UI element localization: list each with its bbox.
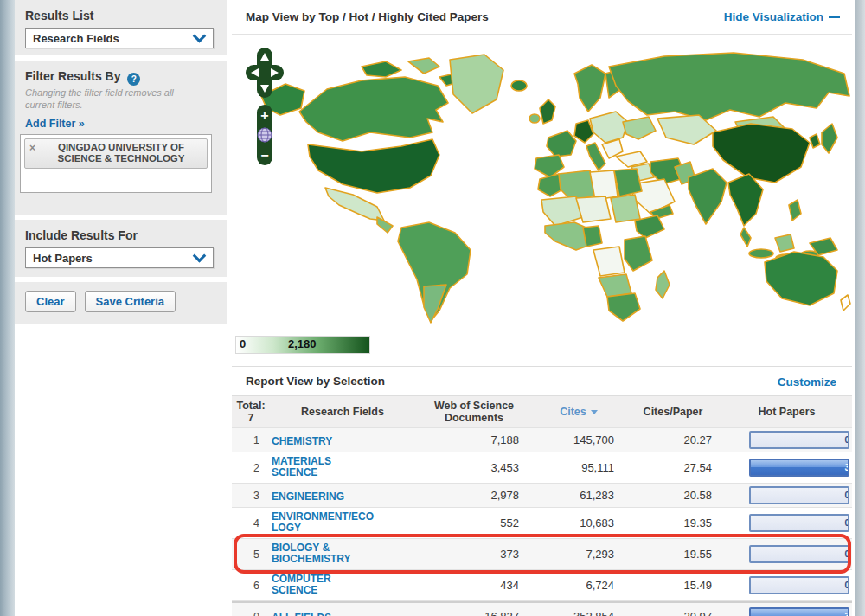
include-results-dropdown[interactable]: Hot Papers — [25, 247, 214, 268]
total-count: 7 — [248, 412, 254, 424]
report-view-title: Report View by Selection — [232, 375, 385, 388]
cites-per-paper-cell: 20.97 — [625, 610, 721, 616]
sort-desc-icon — [591, 410, 598, 414]
filter-note: Changing the filter field removes all cu… — [25, 87, 227, 112]
filter-note-line2: current filters. — [25, 99, 83, 110]
hide-visualization-link[interactable]: Hide Visualization — [724, 10, 823, 23]
docs-cell: 16,827 — [415, 610, 533, 616]
map-view-title: Map View by Top / Hot / Highly Cited Pap… — [232, 10, 489, 23]
col-cites-sortable[interactable]: Cites — [533, 406, 625, 418]
hot-papers-value: 0 — [844, 491, 849, 500]
legend-max-value: 2,180 — [288, 337, 317, 350]
include-results-dropdown-value: Hot Papers — [26, 252, 93, 265]
results-list-dropdown-value: Research Fields — [26, 32, 119, 45]
hot-papers-value: 3 — [844, 463, 849, 472]
filter-results-section: Filter Results By ? Changing the filter … — [15, 61, 227, 215]
cites-per-paper-cell: 15.49 — [625, 579, 721, 592]
rank-cell: 2 — [232, 462, 270, 474]
col-cites-per-paper: Cites/Paper — [625, 406, 721, 418]
field-link[interactable]: CHEMISTRY — [272, 436, 332, 448]
customize-link[interactable]: Customize — [778, 375, 836, 388]
clear-button[interactable]: Clear — [25, 291, 76, 312]
table-row-all-fields: 0 ALL FIELDS 16,827 352,854 20.97 3 — [232, 601, 852, 616]
rank-cell: 6 — [232, 580, 270, 592]
table-row: 6 COMPUTER SCIENCE 434 6,724 15.49 0 — [232, 570, 852, 601]
rank-cell: 4 — [232, 517, 270, 529]
wos-docs-line2: Documents — [445, 412, 503, 424]
field-link[interactable]: ENGINEERING — [272, 491, 344, 504]
table-row-highlighted: 5 BIOLOGY & BIOCHEMISTRY 373 7,293 19.55… — [232, 539, 852, 570]
esi-app-window: Results List Research Fields Filter Resu… — [0, 0, 865, 616]
hot-papers-bar: 0 — [749, 431, 849, 449]
hot-papers-bar: 0 — [749, 545, 849, 563]
rank-cell: 1 — [232, 434, 270, 446]
cites-cell: 145,700 — [533, 433, 625, 446]
map-color-legend: 0 2,180 — [235, 336, 370, 354]
docs-cell: 7,188 — [415, 433, 533, 446]
docs-cell: 434 — [415, 579, 533, 592]
docs-cell: 2,978 — [415, 489, 533, 502]
cites-cell: 352,854 — [533, 610, 625, 616]
cites-per-paper-cell: 20.27 — [625, 433, 721, 446]
map-view-header: Map View by Top / Hot / Highly Cited Pap… — [232, 0, 852, 35]
window-edge-strip — [0, 0, 15, 616]
cites-per-paper-cell: 19.55 — [625, 548, 721, 561]
field-link[interactable]: ENVIRONMENT/ECOLOGY — [272, 511, 375, 536]
cites-label: Cites — [560, 406, 586, 418]
hot-papers-bar: 3 — [749, 607, 849, 616]
cites-per-paper-cell: 27.54 — [625, 461, 721, 474]
include-results-heading: Include Results For — [15, 220, 227, 247]
hot-papers-value: 3 — [844, 612, 849, 616]
table-row: 1 CHEMISTRY 7,188 145,700 20.27 0 — [232, 428, 852, 452]
report-view-header: Report View by Selection Customize — [232, 366, 852, 395]
col-research-fields: Research Fields — [270, 406, 415, 418]
col-wos-documents: Web of Science Documents — [415, 400, 533, 425]
field-link[interactable]: BIOLOGY & BIOCHEMISTRY — [272, 542, 375, 567]
hot-papers-bar: 0 — [749, 576, 849, 594]
cites-cell: 10,683 — [533, 517, 625, 529]
active-filters-box: × QINGDAO UNIVERSITY OF SCIENCE & TECHNO… — [20, 134, 212, 193]
results-list-heading: Results List — [15, 0, 227, 28]
chevron-down-icon — [193, 29, 207, 42]
world-choropleth-map[interactable] — [232, 35, 852, 330]
col-hot-papers: Hot Papers — [721, 406, 852, 418]
vertical-scrollbar[interactable] — [855, 0, 865, 616]
cites-cell: 95,111 — [533, 461, 625, 474]
results-list-section: Results List Research Fields — [15, 0, 227, 55]
cites-cell: 6,724 — [533, 579, 625, 592]
sidebar-actions-section: Clear Save Criteria — [15, 282, 227, 324]
results-list-dropdown[interactable]: Research Fields — [25, 28, 214, 48]
save-criteria-button[interactable]: Save Criteria — [85, 291, 176, 312]
help-icon[interactable]: ? — [127, 73, 140, 86]
filter-results-heading-text: Filter Results By — [25, 69, 120, 83]
legend-min-value: 0 — [240, 337, 246, 350]
results-table: Total: 7 Research Fields Web of Science … — [232, 395, 852, 616]
rank-cell: 5 — [232, 549, 270, 561]
hot-papers-value: 0 — [844, 549, 849, 559]
filter-tag[interactable]: × QINGDAO UNIVERSITY OF SCIENCE & TECHNO… — [24, 138, 208, 170]
docs-cell: 552 — [415, 517, 533, 529]
rank-cell: 0 — [232, 611, 270, 616]
cites-cell: 61,283 — [533, 489, 625, 502]
field-link[interactable]: MATERIALS SCIENCE — [272, 456, 375, 480]
include-results-section: Include Results For Hot Papers — [15, 220, 227, 277]
cites-per-paper-cell: 19.35 — [625, 517, 721, 529]
field-link[interactable]: COMPUTER SCIENCE — [272, 574, 375, 598]
table-header-row: Total: 7 Research Fields Web of Science … — [232, 395, 852, 428]
docs-cell: 3,453 — [415, 461, 533, 474]
map-navigation-controls[interactable]: + − — [244, 46, 285, 172]
hot-papers-bar: 0 — [749, 486, 849, 504]
filter-tag-label: QINGDAO UNIVERSITY OF SCIENCE & TECHNOLO… — [40, 142, 202, 166]
collapse-icon[interactable] — [829, 16, 840, 18]
filter-results-heading: Filter Results By ? — [15, 61, 227, 87]
col-total: Total: 7 — [232, 400, 270, 425]
add-filter-link[interactable]: Add Filter » — [25, 118, 85, 130]
zoom-out-icon: − — [260, 148, 268, 163]
field-link[interactable]: ALL FIELDS — [272, 613, 331, 616]
chevron-down-icon — [193, 248, 207, 262]
table-row: 4 ENVIRONMENT/ECOLOGY 552 10,683 19.35 0 — [232, 508, 852, 539]
table-row: 2 MATERIALS SCIENCE 3,453 95,111 27.54 3 — [232, 452, 852, 484]
hot-papers-value: 0 — [844, 518, 849, 528]
docs-cell: 373 — [415, 548, 533, 561]
remove-filter-icon[interactable]: × — [29, 142, 35, 154]
